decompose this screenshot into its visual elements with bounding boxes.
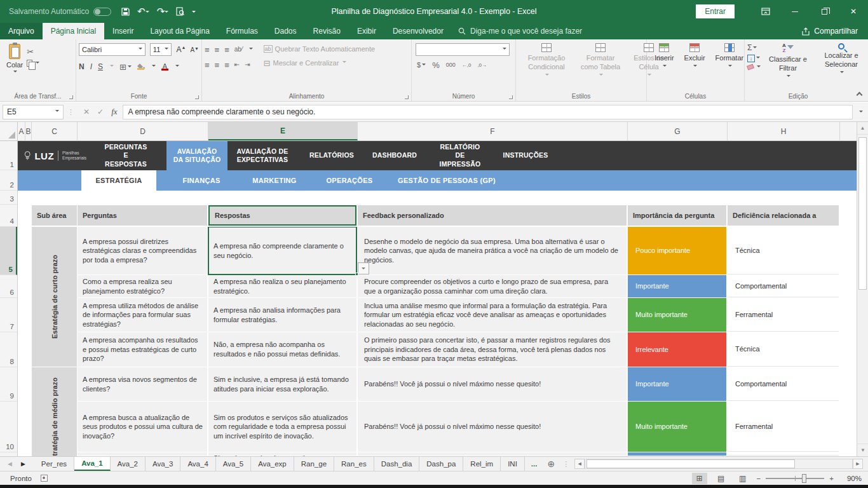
horizontal-scroll-thumb[interactable] (587, 459, 794, 468)
sheet-tab-ran-ge[interactable]: Ran_ge (294, 457, 334, 471)
column-header-c[interactable]: C (32, 122, 78, 140)
paste-dropdown[interactable] (13, 71, 17, 74)
ribbon-tab-revisao[interactable]: Revisão (305, 23, 349, 39)
sheet-tab-ava-exp[interactable]: Ava_exp (251, 457, 294, 471)
number-dialog-launcher[interactable] (509, 95, 513, 99)
answer-dropdown-button[interactable] (358, 262, 369, 274)
answer-cell[interactable]: Sim os produtos e serviços são atualizad… (208, 402, 356, 452)
question-cell[interactable]: A empresa visa novos segmentos de client… (78, 367, 207, 401)
format-as-table-button[interactable]: Formatar como Tabela (574, 42, 627, 79)
copy-button[interactable] (27, 60, 39, 67)
tell-me-search[interactable]: Diga-me o que você deseja fazer (458, 23, 582, 39)
row-header-6[interactable]: 6 (0, 275, 17, 298)
row-header-4[interactable]: 4 (0, 205, 17, 227)
undo-dropdown[interactable] (146, 11, 149, 15)
category-tab-estrategia[interactable]: ESTRATÉGIA (81, 170, 156, 191)
answer-cell[interactable]: A empresa não analisa informações para f… (208, 298, 356, 332)
restore-button[interactable] (810, 0, 839, 23)
horizontal-scrollbar[interactable]: ◀ ▶ (574, 459, 863, 469)
macro-record-icon[interactable] (41, 475, 48, 482)
redo-dropdown[interactable] (165, 11, 168, 15)
decrease-indent-button[interactable]: ⇤ (234, 62, 240, 68)
answer-cell[interactable]: Sim, criar uma boa imagem da (208, 452, 356, 456)
category-tab-gestao-pessoas[interactable]: GESTÃO DE PESSOAS (GP) (393, 170, 501, 191)
align-right-icon[interactable]: ≡ (224, 61, 229, 69)
row-header-1[interactable]: 1 (0, 141, 17, 170)
column-header-h[interactable]: H (728, 122, 840, 140)
row-header-10[interactable]: 10 (0, 402, 17, 452)
question-cell[interactable]: Como a empresa realiza seu planejamento … (78, 275, 207, 297)
borders-button[interactable]: ⊞ (119, 61, 132, 72)
collapse-ribbon-button[interactable] (857, 92, 863, 98)
redo-button[interactable]: ↷ (157, 6, 169, 17)
bold-button[interactable]: N (79, 62, 85, 71)
answer-cell[interactable]: Sim e inclusive, a empresa já está toman… (208, 367, 356, 401)
vertical-scrollbar[interactable]: ▲ ▼ (857, 122, 868, 456)
ribbon-display-options-button[interactable] (751, 0, 780, 23)
sort-filter-button[interactable]: AZ Classificar e Filtrar (763, 42, 813, 80)
nav-item-avaliacao-expectativas[interactable]: AVALIAÇÃO DE EXPECTATIVAS (227, 141, 297, 170)
sign-in-button[interactable]: Entrar (696, 4, 735, 18)
minimize-button[interactable] (780, 0, 810, 23)
row-header-3[interactable]: 3 (0, 191, 17, 205)
share-button[interactable]: Compartilhar (801, 23, 868, 39)
nav-item-relatorios[interactable]: RELATÓRIOS (302, 141, 361, 170)
autosum-button[interactable]: Σ (747, 43, 761, 52)
column-header-f[interactable]: F (358, 122, 628, 140)
category-tab-financas[interactable]: FINANÇAS (174, 170, 229, 191)
sheet-tab-per-res[interactable]: Per_res (34, 457, 74, 471)
align-left-icon[interactable]: ≡ (205, 61, 210, 69)
ribbon-tab-exibir[interactable]: Exibir (349, 23, 384, 39)
zoom-slider-thumb[interactable] (802, 474, 806, 483)
zoom-out-button[interactable]: − (757, 475, 761, 482)
sheet-tab-rel-im[interactable]: Rel_im (463, 457, 501, 471)
delete-cells-button[interactable]: Excluir (679, 42, 710, 70)
row-header-8[interactable]: 8 (0, 332, 17, 367)
align-top-icon[interactable]: ≡ (205, 46, 210, 54)
nav-item-perguntas-respostas[interactable]: PERGUNTAS E RESPOSTAS (95, 141, 156, 170)
zoom-level[interactable]: 90% (840, 475, 862, 482)
find-select-button[interactable]: Localizar e Selecionar (815, 42, 867, 80)
ribbon-tab-dados[interactable]: Dados (266, 23, 305, 39)
italic-button[interactable]: I (90, 62, 92, 71)
column-header-d[interactable]: D (78, 122, 208, 140)
fill-handle[interactable] (355, 273, 358, 276)
row-header-5[interactable]: 5 (0, 227, 17, 275)
sheet-tab-ini[interactable]: INI (501, 457, 525, 471)
close-button[interactable]: ✕ (839, 0, 868, 23)
column-header-a[interactable]: A (18, 122, 25, 140)
underline-button[interactable]: S (98, 62, 103, 71)
font-size-combo[interactable]: 11 (150, 43, 172, 56)
alignment-dialog-launcher[interactable] (405, 95, 409, 99)
ribbon-tab-desenvolvedor[interactable]: Desenvolvedor (384, 23, 452, 39)
row-header-9[interactable]: 9 (0, 367, 17, 402)
wrap-text-button[interactable]: ab Quebrar Texto Automaticamente (262, 42, 377, 56)
merge-center-button[interactable]: ⊟ Mesclar e Centralizar (262, 56, 377, 70)
print-preview-icon[interactable] (176, 7, 184, 16)
next-sheet-button[interactable]: ▶ (21, 461, 25, 467)
sheet-tab-ava-1[interactable]: Ava_1 (74, 457, 110, 471)
nav-item-dashboard[interactable]: DASHBOARD (366, 141, 423, 170)
clear-button[interactable] (747, 65, 761, 69)
ribbon-tab-layout[interactable]: Layout da Página (142, 23, 217, 39)
clipboard-dialog-launcher[interactable] (69, 95, 73, 99)
row-header-7[interactable]: 7 (0, 298, 17, 332)
category-tab-operacoes[interactable]: OPERAÇÕES (320, 170, 379, 191)
font-name-combo[interactable]: Calibri (79, 43, 146, 56)
zoom-in-button[interactable]: + (829, 475, 834, 482)
nav-item-avaliacao-situacao[interactable]: AVALIAÇÃO DA SITUAÇÃO (166, 141, 227, 170)
zoom-slider[interactable]: − + (757, 475, 834, 482)
increase-decimal-button[interactable]: ←,0 (462, 62, 471, 68)
column-header-b[interactable]: B (25, 122, 32, 140)
number-format-combo[interactable] (416, 43, 510, 56)
page-break-view-button[interactable]: ▥ (735, 473, 750, 484)
comma-style-button[interactable]: 000 (446, 62, 456, 68)
paste-button[interactable]: Colar (3, 42, 27, 76)
sheet-tab-ava-4[interactable]: Ava_4 (180, 457, 215, 471)
ribbon-tab-inserir[interactable]: Inserir (104, 23, 142, 39)
font-dialog-launcher[interactable] (195, 95, 199, 99)
shrink-font-button[interactable]: A▼ (190, 46, 199, 53)
save-icon[interactable] (121, 8, 130, 16)
accounting-format-button[interactable]: $ (417, 61, 426, 69)
scroll-left-arrow[interactable]: ◀ (574, 459, 585, 469)
